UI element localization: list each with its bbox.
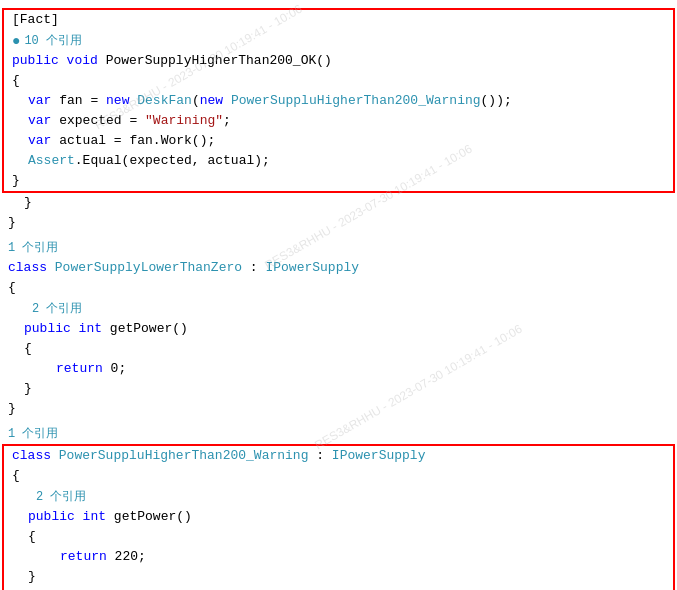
ref-count-text2: 1 个引用 xyxy=(8,239,58,256)
outer-brace2: } xyxy=(8,213,16,233)
kw-public: public xyxy=(12,51,67,71)
interface-name3: IPowerSupply xyxy=(332,446,426,466)
class-name3: PowerSuppluHigherThan200_Warning xyxy=(59,446,309,466)
fan-work: fan.Work(); xyxy=(129,131,215,151)
open-brace-1: { xyxy=(4,71,673,91)
kw-var3: var xyxy=(28,131,59,151)
eq3: = xyxy=(114,131,130,151)
string-val: "Warining" xyxy=(145,111,223,131)
kw-public2: public xyxy=(24,319,79,339)
ref-count-line1: ● 10 个引用 xyxy=(4,30,673,51)
brace-text: { xyxy=(12,71,20,91)
kw-int3: int xyxy=(83,507,114,527)
class-sig-line3: class PowerSuppluHigherThan200_Warning :… xyxy=(4,446,673,466)
method-sig-line3: public int getPower() xyxy=(4,507,673,527)
sep2: : xyxy=(242,258,265,278)
kw-var2: var xyxy=(28,111,59,131)
inner-ref-line3: 2 个引用 xyxy=(4,486,673,507)
ref-count-text1: 10 个引用 xyxy=(24,32,82,49)
kw-int2: int xyxy=(79,319,110,339)
kw-new1: new xyxy=(106,91,137,111)
block3-highlighted: class PowerSuppluHigherThan200_Warning :… xyxy=(2,444,675,590)
method-open2: { xyxy=(0,339,677,359)
var-fan-line: var fan = new DeskFan ( new PowerSuppluH… xyxy=(4,91,673,111)
outer-close-2: } xyxy=(0,213,677,233)
block1-highlighted: [Fact] ● 10 个引用 public void PowerSupplyH… xyxy=(2,8,675,193)
return-val2: 0; xyxy=(111,359,127,379)
return-val3: 220; xyxy=(115,547,146,567)
method-sig-line2: public int getPower() xyxy=(0,319,677,339)
inner-ref-line2: 2 个引用 xyxy=(0,298,677,319)
var-expected-line: var expected = "Warining" ; xyxy=(4,111,673,131)
class-sig-line2: class PowerSupplyLowerThanZero : IPowerS… xyxy=(0,258,677,278)
class-brace-open2: { xyxy=(8,278,16,298)
close-brace-b1: } xyxy=(4,171,673,191)
outer-brace1: } xyxy=(24,193,32,213)
method-sig-line: public void PowerSupplyHigherThan200_OK(… xyxy=(4,51,673,71)
close-brace-text-b1: } xyxy=(12,171,20,191)
fan-close: ()); xyxy=(481,91,512,111)
attribute-text: [Fact] xyxy=(12,10,59,30)
var-actual-line: var actual = fan.Work(); xyxy=(4,131,673,151)
assert-method: .Equal(expected, actual); xyxy=(75,151,270,171)
method-brace-open2: { xyxy=(24,339,32,359)
warning-class: PowerSuppluHigherThan200_Warning xyxy=(231,91,481,111)
kw-class3: class xyxy=(12,446,59,466)
attribute-line: [Fact] xyxy=(4,10,673,30)
eq1: = xyxy=(90,91,106,111)
class-name2: PowerSupplyLowerThanZero xyxy=(55,258,242,278)
method-close3: } xyxy=(4,567,673,587)
ref-count-line3-outer: 1 个引用 xyxy=(0,423,677,444)
method-brace-open3: { xyxy=(28,527,36,547)
actual-name: actual xyxy=(59,131,114,151)
assert-line: Assert .Equal(expected, actual); xyxy=(4,151,673,171)
assert-class: Assert xyxy=(28,151,75,171)
semi1: ; xyxy=(223,111,231,131)
fan-name: fan xyxy=(59,91,90,111)
kw-return3: return xyxy=(60,547,115,567)
fan-params: ( xyxy=(192,91,200,111)
kw-class2: class xyxy=(8,258,55,278)
class-brace-close2: } xyxy=(8,399,16,419)
method-brace-close3: } xyxy=(28,567,36,587)
method-open3: { xyxy=(4,527,673,547)
ref-count-line2: 1 个引用 xyxy=(0,237,677,258)
eq2: = xyxy=(129,111,145,131)
kw-public3: public xyxy=(28,507,83,527)
deskfan-class: DeskFan xyxy=(137,91,192,111)
method-close2: } xyxy=(0,379,677,399)
block2: 1 个引用 class PowerSupplyLowerThanZero : I… xyxy=(0,237,677,419)
kw-void: void xyxy=(67,51,106,71)
method-brace-close2: } xyxy=(24,379,32,399)
kw-return2: return xyxy=(56,359,111,379)
ref-dot1: ● xyxy=(12,33,20,49)
kw-var1: var xyxy=(28,91,59,111)
inner-ref-text2: 2 个引用 xyxy=(32,300,82,317)
class-open2: { xyxy=(0,278,677,298)
outer-close-1: } xyxy=(0,193,677,213)
sep3: : xyxy=(308,446,331,466)
expected-name: expected xyxy=(59,111,129,131)
method-name: PowerSupplyHigherThan200_OK() xyxy=(106,51,332,71)
ref-count-text3-outer: 1 个引用 xyxy=(8,425,58,442)
return-line3: return 220; xyxy=(4,547,673,567)
return-line2: return 0; xyxy=(0,359,677,379)
class-brace-open3: { xyxy=(12,466,20,486)
interface-name2: IPowerSupply xyxy=(265,258,359,278)
inner-ref-text3: 2 个引用 xyxy=(36,488,86,505)
method-name2: getPower() xyxy=(110,319,188,339)
kw-new2: new xyxy=(200,91,231,111)
method-name3: getPower() xyxy=(114,507,192,527)
code-container: RES3&RHHU - 2023-07-30 10:19:41 - 10:06 … xyxy=(0,0,677,590)
class-open3: { xyxy=(4,466,673,486)
class-close2: } xyxy=(0,399,677,419)
